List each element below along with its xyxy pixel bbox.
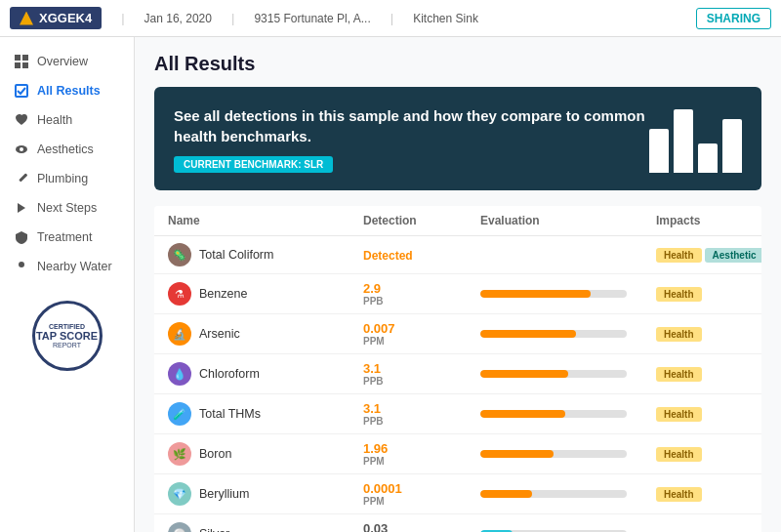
grid-icon [14,54,29,69]
table-body: 🦠 Total Coliform DetectedHealthAesthetic… [154,236,761,532]
sidebar-item-health[interactable]: Health [0,105,134,135]
sidebar-item-treatment[interactable]: Treatment [0,223,134,252]
row-name-text: Chloroform [199,367,260,381]
detection-cell: 3.1PPB [363,361,480,387]
sharing-button[interactable]: SHARING [696,8,771,29]
impacts-cell: Health [656,326,761,342]
eval-bar [480,370,568,378]
eval-bar [480,290,591,298]
table-row[interactable]: 💎 Beryllium 0.0001PPMHealth [154,474,761,514]
impact-tag: Health [656,447,702,462]
sidebar-item-next-steps[interactable]: Next Steps [0,193,134,223]
table-row[interactable]: 🔬 Arsenic 0.007PPMHealth [154,314,761,354]
impacts-cell: Health [656,486,761,502]
impact-tag: Health [656,327,702,342]
row-name-text: Silver [199,527,229,532]
detection-value: 3.1PPB [363,361,480,387]
evaluation-cell [480,290,656,298]
table-row[interactable]: 🦠 Total Coliform DetectedHealthAesthetic [154,236,761,274]
eval-bar-wrap [480,490,627,498]
detection-value: 3.1PPB [363,401,480,427]
row-name-cell: 🧪 Total THMs [168,402,363,426]
sidebar-label: Health [37,113,72,127]
content-area: All Results See all detections in this s… [135,37,781,532]
col-impacts: Impacts [656,214,761,227]
table-row[interactable]: 💧 Chloroform 3.1PPBHealth [154,354,761,394]
evaluation-cell [480,330,656,338]
col-name: Name [168,214,363,227]
svg-rect-0 [15,55,21,61]
evaluation-cell [480,410,656,418]
eval-bar [480,490,532,498]
banner-text: See all detections in this sample and ho… [174,105,649,173]
detection-cell: 0.0001PPM [363,481,480,507]
row-name-cell: 💧 Chloroform [168,362,363,386]
svg-point-9 [19,262,24,267]
row-icon: 💧 [168,362,191,386]
evaluation-cell [480,490,656,498]
heart-icon [14,112,29,128]
banner: See all detections in this sample and ho… [154,87,761,190]
eval-bar-wrap [480,290,627,298]
evaluation-cell [480,370,656,378]
detection-value: 2.9PPB [363,281,480,307]
impact-tag: Health [656,487,702,502]
detection-unit: PPM [363,336,480,347]
sidebar-item-all-results[interactable]: All Results [0,76,134,105]
row-name-text: Total Coliform [199,248,273,262]
table-row[interactable]: 🌿 Boron 1.96PPMHealth [154,434,761,474]
impacts-cell: Health [656,406,761,422]
row-name-cell: 🦠 Total Coliform [168,243,363,266]
impact-tag: Health [656,407,702,422]
evaluation-cell [480,450,656,458]
sidebar-item-plumbing[interactable]: Plumbing [0,164,134,193]
svg-point-6 [20,147,23,151]
location-label: Kitchen Sink [413,12,478,25]
date-label: Jan 16, 2020 [144,12,212,25]
detection-cell: 0.03PPM [363,521,480,532]
sidebar-label: Treatment [37,230,93,244]
row-name-text: Total THMs [199,407,261,421]
logo-text: XGGEK4 [39,11,92,25]
address-label: 9315 Fortunate Pl, A... [254,12,370,25]
table-row[interactable]: 🧪 Total THMs 3.1PPBHealth [154,394,761,434]
detection-value: 0.03PPM [363,521,480,532]
svg-rect-7 [19,173,27,182]
eval-bar-wrap [480,450,627,458]
impacts-cell: HealthAesthetic [656,247,761,263]
row-name-cell: 🔬 Arsenic [168,322,363,346]
row-name-cell: 🌿 Boron [168,442,363,466]
sidebar-label: Overview [37,55,88,68]
row-name-cell: ⚗ Benzene [168,282,363,306]
chart-bar-3 [698,143,718,173]
impacts-cell: Health [656,446,761,462]
svg-rect-1 [22,55,28,61]
detection-cell: Detected [363,248,480,263]
sidebar-item-nearby-water[interactable]: Nearby Water [0,252,134,281]
detection-unit: PPM [363,456,480,467]
sidebar-item-aesthetics[interactable]: Aesthetics [0,135,134,164]
row-name-text: Boron [199,447,231,461]
pin-icon [14,259,29,274]
svg-rect-3 [22,62,28,68]
top-bar: XGGEK4 | Jan 16, 2020 | 9315 Fortunate P… [0,0,781,37]
svg-rect-2 [15,62,21,68]
banner-chart [649,104,742,173]
arrow-icon [14,200,29,216]
detected-label: Detected [363,249,413,263]
tap-score-circle: CERTIFIED TAP SCORE REPORT [32,301,103,371]
table-row[interactable]: ⚪ Silver 0.03PPM [154,514,761,532]
detection-cell: 0.007PPM [363,321,480,347]
row-icon: 🌿 [168,442,191,466]
detection-unit: PPB [363,296,480,307]
detection-value: 1.96PPM [363,441,480,467]
detection-cell: 1.96PPM [363,441,480,467]
row-icon: ⚪ [168,522,191,532]
shield-icon [14,229,29,245]
sidebar-item-overview[interactable]: Overview [0,47,134,76]
sidebar-label: Aesthetics [37,143,94,156]
eval-bar-wrap [480,370,627,378]
row-name-text: Arsenic [199,327,240,341]
table-row[interactable]: ⚗ Benzene 2.9PPBHealth [154,274,761,314]
row-icon: 🧪 [168,402,191,426]
